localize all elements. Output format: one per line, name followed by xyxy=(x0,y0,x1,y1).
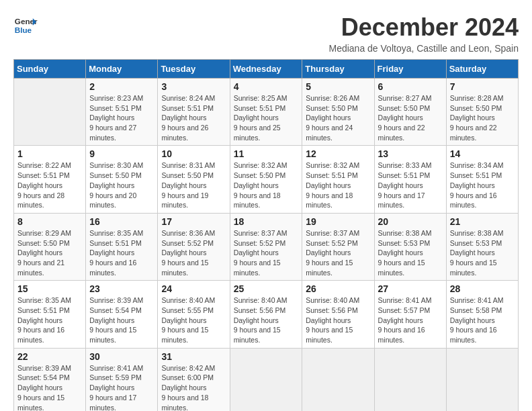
day-number: 2 xyxy=(89,81,154,92)
day-info: Sunrise: 8:38 AM Sunset: 5:53 PM Dayligh… xyxy=(450,229,504,277)
day-info: Sunrise: 8:22 AM Sunset: 5:51 PM Dayligh… xyxy=(17,161,71,209)
day-number: 20 xyxy=(378,216,443,227)
day-info: Sunrise: 8:32 AM Sunset: 5:51 PM Dayligh… xyxy=(306,161,359,209)
day-cell-13: 13 Sunrise: 8:33 AM Sunset: 5:51 PM Dayl… xyxy=(374,146,446,213)
week-row-1: 2 Sunrise: 8:23 AM Sunset: 5:51 PM Dayli… xyxy=(14,79,519,146)
empty-cell xyxy=(14,79,86,146)
day-info: Sunrise: 8:27 AM Sunset: 5:50 PM Dayligh… xyxy=(378,94,432,142)
header-saturday: Saturday xyxy=(446,60,518,79)
day-number: 14 xyxy=(450,148,515,159)
day-number: 17 xyxy=(161,216,226,227)
empty-cell xyxy=(374,348,446,411)
day-cell-17: 17 Sunrise: 8:36 AM Sunset: 5:52 PM Dayl… xyxy=(158,213,230,280)
day-number: 6 xyxy=(378,81,443,92)
day-info: Sunrise: 8:40 AM Sunset: 5:55 PM Dayligh… xyxy=(161,296,215,344)
day-number: 30 xyxy=(89,351,154,362)
month-title: December 2024 xyxy=(328,13,519,42)
week-row-5: 22 Sunrise: 8:39 AM Sunset: 5:54 PM Dayl… xyxy=(14,348,519,411)
day-info: Sunrise: 8:33 AM Sunset: 5:51 PM Dayligh… xyxy=(378,161,432,209)
day-number: 27 xyxy=(378,283,443,294)
day-info: Sunrise: 8:25 AM Sunset: 5:51 PM Dayligh… xyxy=(234,94,287,142)
day-cell-15: 15 Sunrise: 8:35 AM Sunset: 5:51 PM Dayl… xyxy=(14,281,86,348)
day-info: Sunrise: 8:29 AM Sunset: 5:50 PM Dayligh… xyxy=(17,229,71,277)
day-cell-21: 21 Sunrise: 8:38 AM Sunset: 5:53 PM Dayl… xyxy=(446,213,518,280)
header-section: General Blue December 2024 Mediana de Vo… xyxy=(13,13,519,54)
title-block: December 2024 Mediana de Voltoya, Castil… xyxy=(328,13,519,54)
day-info: Sunrise: 8:23 AM Sunset: 5:51 PM Dayligh… xyxy=(89,94,143,142)
day-number: 18 xyxy=(234,216,299,227)
day-number: 25 xyxy=(234,283,299,294)
week-row-3: 8 Sunrise: 8:29 AM Sunset: 5:50 PM Dayli… xyxy=(14,213,519,280)
day-number: 31 xyxy=(161,351,226,362)
day-cell-28: 28 Sunrise: 8:41 AM Sunset: 5:58 PM Dayl… xyxy=(446,281,518,348)
day-number: 16 xyxy=(89,216,154,227)
day-cell-9: 9 Sunrise: 8:30 AM Sunset: 5:50 PM Dayli… xyxy=(86,146,158,213)
header-tuesday: Tuesday xyxy=(158,60,230,79)
day-number: 3 xyxy=(161,81,226,92)
day-number: 23 xyxy=(89,283,154,294)
day-cell-12: 12 Sunrise: 8:32 AM Sunset: 5:51 PM Dayl… xyxy=(302,146,374,213)
day-cell-7: 7 Sunrise: 8:28 AM Sunset: 5:50 PM Dayli… xyxy=(446,79,518,146)
day-info: Sunrise: 8:34 AM Sunset: 5:51 PM Dayligh… xyxy=(450,161,504,209)
day-info: Sunrise: 8:41 AM Sunset: 5:58 PM Dayligh… xyxy=(450,296,504,344)
empty-cell xyxy=(230,348,302,411)
day-number: 1 xyxy=(17,148,82,159)
day-cell-30: 30 Sunrise: 8:41 AM Sunset: 5:59 PM Dayl… xyxy=(86,348,158,411)
header-wednesday: Wednesday xyxy=(230,60,302,79)
day-info: Sunrise: 8:26 AM Sunset: 5:50 PM Dayligh… xyxy=(306,94,359,142)
day-info: Sunrise: 8:36 AM Sunset: 5:52 PM Dayligh… xyxy=(161,229,215,277)
day-info: Sunrise: 8:37 AM Sunset: 5:52 PM Dayligh… xyxy=(306,229,359,277)
day-info: Sunrise: 8:38 AM Sunset: 5:53 PM Dayligh… xyxy=(378,229,432,277)
header-friday: Friday xyxy=(374,60,446,79)
logo-icon: General Blue xyxy=(13,13,38,38)
day-number: 22 xyxy=(17,351,82,362)
day-number: 24 xyxy=(161,283,226,294)
day-info: Sunrise: 8:41 AM Sunset: 5:59 PM Dayligh… xyxy=(89,364,143,411)
day-number: 5 xyxy=(306,81,370,92)
day-number: 26 xyxy=(306,283,370,294)
day-info: Sunrise: 8:41 AM Sunset: 5:57 PM Dayligh… xyxy=(378,296,432,344)
day-number: 11 xyxy=(234,148,299,159)
day-number: 8 xyxy=(17,216,82,227)
day-number: 10 xyxy=(161,148,226,159)
day-info: Sunrise: 8:37 AM Sunset: 5:52 PM Dayligh… xyxy=(234,229,287,277)
day-info: Sunrise: 8:40 AM Sunset: 5:56 PM Dayligh… xyxy=(306,296,359,344)
day-number: 19 xyxy=(306,216,370,227)
day-number: 15 xyxy=(17,283,82,294)
day-cell-5: 5 Sunrise: 8:26 AM Sunset: 5:50 PM Dayli… xyxy=(302,79,374,146)
day-cell-26: 26 Sunrise: 8:40 AM Sunset: 5:56 PM Dayl… xyxy=(302,281,374,348)
day-info: Sunrise: 8:39 AM Sunset: 5:54 PM Dayligh… xyxy=(17,364,71,411)
day-info: Sunrise: 8:28 AM Sunset: 5:50 PM Dayligh… xyxy=(450,94,504,142)
day-cell-16: 16 Sunrise: 8:35 AM Sunset: 5:51 PM Dayl… xyxy=(86,213,158,280)
day-cell-27: 27 Sunrise: 8:41 AM Sunset: 5:57 PM Dayl… xyxy=(374,281,446,348)
empty-cell xyxy=(302,348,374,411)
day-cell-18: 18 Sunrise: 8:37 AM Sunset: 5:52 PM Dayl… xyxy=(230,213,302,280)
day-cell-19: 19 Sunrise: 8:37 AM Sunset: 5:52 PM Dayl… xyxy=(302,213,374,280)
day-number: 28 xyxy=(450,283,515,294)
day-info: Sunrise: 8:40 AM Sunset: 5:56 PM Dayligh… xyxy=(234,296,287,344)
day-number: 21 xyxy=(450,216,515,227)
day-number: 4 xyxy=(234,81,299,92)
day-cell-10: 10 Sunrise: 8:31 AM Sunset: 5:50 PM Dayl… xyxy=(158,146,230,213)
day-info: Sunrise: 8:30 AM Sunset: 5:50 PM Dayligh… xyxy=(89,161,143,209)
day-cell-31: 31 Sunrise: 8:42 AM Sunset: 6:00 PM Dayl… xyxy=(158,348,230,411)
day-info: Sunrise: 8:39 AM Sunset: 5:54 PM Dayligh… xyxy=(89,296,143,344)
day-cell-1: 1 Sunrise: 8:22 AM Sunset: 5:51 PM Dayli… xyxy=(14,146,86,213)
day-cell-24: 24 Sunrise: 8:40 AM Sunset: 5:55 PM Dayl… xyxy=(158,281,230,348)
day-number: 12 xyxy=(306,148,370,159)
day-cell-8: 8 Sunrise: 8:29 AM Sunset: 5:50 PM Dayli… xyxy=(14,213,86,280)
svg-text:Blue: Blue xyxy=(15,26,32,34)
day-cell-22: 22 Sunrise: 8:39 AM Sunset: 5:54 PM Dayl… xyxy=(14,348,86,411)
week-row-2: 1 Sunrise: 8:22 AM Sunset: 5:51 PM Dayli… xyxy=(14,146,519,213)
day-info: Sunrise: 8:42 AM Sunset: 6:00 PM Dayligh… xyxy=(161,364,215,411)
day-cell-14: 14 Sunrise: 8:34 AM Sunset: 5:51 PM Dayl… xyxy=(446,146,518,213)
day-cell-11: 11 Sunrise: 8:32 AM Sunset: 5:50 PM Dayl… xyxy=(230,146,302,213)
day-cell-23: 23 Sunrise: 8:39 AM Sunset: 5:54 PM Dayl… xyxy=(86,281,158,348)
day-cell-20: 20 Sunrise: 8:38 AM Sunset: 5:53 PM Dayl… xyxy=(374,213,446,280)
day-number: 7 xyxy=(450,81,515,92)
header-row: Sunday Monday Tuesday Wednesday Thursday… xyxy=(14,60,519,79)
day-cell-2: 2 Sunrise: 8:23 AM Sunset: 5:51 PM Dayli… xyxy=(86,79,158,146)
week-row-4: 15 Sunrise: 8:35 AM Sunset: 5:51 PM Dayl… xyxy=(14,281,519,348)
subtitle: Mediana de Voltoya, Castille and Leon, S… xyxy=(328,43,519,54)
day-cell-4: 4 Sunrise: 8:25 AM Sunset: 5:51 PM Dayli… xyxy=(230,79,302,146)
